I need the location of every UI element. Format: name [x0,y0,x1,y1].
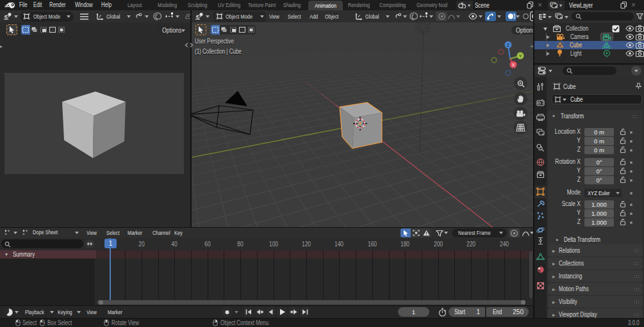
svg-text:Z: Z [507,43,510,47]
svg-text:X: X [512,63,515,67]
svg-text:Y: Y [519,54,522,58]
